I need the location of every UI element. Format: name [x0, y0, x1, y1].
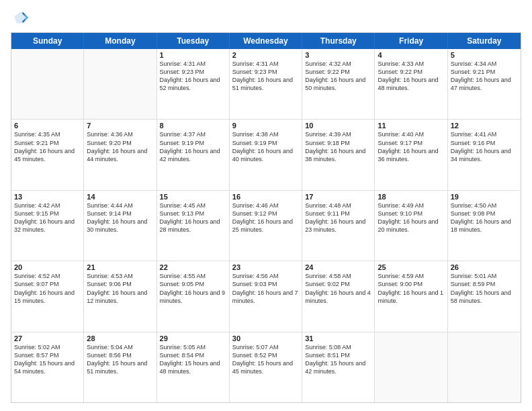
weekday-header: Friday: [375, 33, 447, 49]
cell-info: Sunrise: 5:04 AM Sunset: 8:56 PM Dayligh…: [87, 343, 153, 376]
day-number: 25: [378, 263, 444, 271]
day-number: 6: [14, 122, 81, 130]
day-number: 14: [87, 193, 153, 201]
day-number: 12: [451, 122, 518, 130]
calendar-cell: 3Sunrise: 4:32 AM Sunset: 9:22 PM Daylig…: [302, 49, 375, 119]
cell-info: Sunrise: 5:01 AM Sunset: 8:59 PM Dayligh…: [451, 272, 518, 305]
calendar-cell: 7Sunrise: 4:36 AM Sunset: 9:20 PM Daylig…: [84, 120, 157, 189]
calendar-cell: 13Sunrise: 4:42 AM Sunset: 9:15 PM Dayli…: [11, 191, 84, 261]
calendar-cell: 22Sunrise: 4:55 AM Sunset: 9:05 PM Dayli…: [157, 261, 230, 331]
calendar-cell: 23Sunrise: 4:56 AM Sunset: 9:03 PM Dayli…: [230, 261, 302, 331]
calendar-cell: 21Sunrise: 4:53 AM Sunset: 9:06 PM Dayli…: [84, 261, 157, 331]
calendar-body: 1Sunrise: 4:31 AM Sunset: 9:23 PM Daylig…: [11, 49, 521, 402]
cell-info: Sunrise: 4:31 AM Sunset: 9:23 PM Dayligh…: [160, 60, 226, 93]
calendar-cell: 4Sunrise: 4:33 AM Sunset: 9:22 PM Daylig…: [375, 49, 447, 119]
day-number: 28: [87, 334, 153, 342]
day-number: 7: [87, 122, 153, 130]
day-number: 3: [305, 51, 371, 59]
cell-info: Sunrise: 4:58 AM Sunset: 9:02 PM Dayligh…: [305, 272, 371, 305]
weekday-header: Tuesday: [157, 33, 230, 49]
day-number: 26: [451, 263, 518, 271]
calendar-row: 6Sunrise: 4:35 AM Sunset: 9:21 PM Daylig…: [11, 120, 521, 190]
weekday-header: Sunday: [11, 33, 84, 49]
cell-info: Sunrise: 4:50 AM Sunset: 9:08 PM Dayligh…: [451, 201, 518, 234]
logo: [11, 8, 32, 27]
page: SundayMondayTuesdayWednesdayThursdayFrid…: [0, 0, 532, 411]
calendar-cell: 8Sunrise: 4:37 AM Sunset: 9:19 PM Daylig…: [157, 120, 230, 189]
weekday-header: Monday: [84, 33, 157, 49]
day-number: 9: [232, 122, 299, 130]
calendar-cell: 2Sunrise: 4:31 AM Sunset: 9:23 PM Daylig…: [230, 49, 302, 119]
weekday-header: Wednesday: [230, 33, 302, 49]
day-number: 13: [14, 193, 81, 201]
day-number: 30: [232, 334, 299, 342]
calendar-cell: 6Sunrise: 4:35 AM Sunset: 9:21 PM Daylig…: [11, 120, 84, 189]
calendar-cell: 26Sunrise: 5:01 AM Sunset: 8:59 PM Dayli…: [448, 261, 521, 331]
calendar-cell: 20Sunrise: 4:52 AM Sunset: 9:07 PM Dayli…: [11, 261, 84, 331]
cell-info: Sunrise: 5:05 AM Sunset: 8:54 PM Dayligh…: [160, 343, 226, 376]
cell-info: Sunrise: 5:02 AM Sunset: 8:57 PM Dayligh…: [14, 343, 81, 376]
calendar-cell: 17Sunrise: 4:48 AM Sunset: 9:11 PM Dayli…: [302, 191, 375, 261]
cell-info: Sunrise: 4:41 AM Sunset: 9:16 PM Dayligh…: [451, 130, 518, 163]
day-number: 8: [160, 122, 226, 130]
calendar-row: 27Sunrise: 5:02 AM Sunset: 8:57 PM Dayli…: [11, 332, 521, 402]
cell-info: Sunrise: 4:37 AM Sunset: 9:19 PM Dayligh…: [160, 130, 226, 163]
day-number: 19: [451, 193, 518, 201]
calendar-cell: [375, 332, 447, 402]
calendar-cell: 25Sunrise: 4:59 AM Sunset: 9:00 PM Dayli…: [375, 261, 447, 331]
day-number: 15: [160, 193, 226, 201]
day-number: 5: [451, 51, 518, 59]
cell-info: Sunrise: 4:45 AM Sunset: 9:13 PM Dayligh…: [160, 201, 226, 234]
cell-info: Sunrise: 4:38 AM Sunset: 9:19 PM Dayligh…: [232, 130, 299, 163]
calendar-header: SundayMondayTuesdayWednesdayThursdayFrid…: [11, 33, 521, 49]
day-number: 21: [87, 263, 153, 271]
calendar-cell: 1Sunrise: 4:31 AM Sunset: 9:23 PM Daylig…: [157, 49, 230, 119]
calendar-cell: 11Sunrise: 4:40 AM Sunset: 9:17 PM Dayli…: [375, 120, 447, 189]
day-number: 1: [160, 51, 226, 59]
cell-info: Sunrise: 4:52 AM Sunset: 9:07 PM Dayligh…: [14, 272, 81, 305]
calendar-cell: 19Sunrise: 4:50 AM Sunset: 9:08 PM Dayli…: [448, 191, 521, 261]
cell-info: Sunrise: 4:34 AM Sunset: 9:21 PM Dayligh…: [451, 60, 518, 93]
calendar-cell: 27Sunrise: 5:02 AM Sunset: 8:57 PM Dayli…: [11, 332, 84, 402]
day-number: 27: [14, 334, 81, 342]
cell-info: Sunrise: 4:48 AM Sunset: 9:11 PM Dayligh…: [305, 201, 371, 234]
day-number: 11: [378, 122, 444, 130]
cell-info: Sunrise: 4:31 AM Sunset: 9:23 PM Dayligh…: [232, 60, 299, 93]
calendar-cell: 12Sunrise: 4:41 AM Sunset: 9:16 PM Dayli…: [448, 120, 521, 189]
calendar-row: 20Sunrise: 4:52 AM Sunset: 9:07 PM Dayli…: [11, 261, 521, 332]
calendar-cell: [11, 49, 84, 119]
cell-info: Sunrise: 5:07 AM Sunset: 8:52 PM Dayligh…: [232, 343, 299, 376]
calendar-cell: 24Sunrise: 4:58 AM Sunset: 9:02 PM Dayli…: [302, 261, 375, 331]
day-number: 23: [232, 263, 299, 271]
calendar-cell: 5Sunrise: 4:34 AM Sunset: 9:21 PM Daylig…: [448, 49, 521, 119]
cell-info: Sunrise: 4:46 AM Sunset: 9:12 PM Dayligh…: [232, 201, 299, 234]
weekday-header: Thursday: [302, 33, 375, 49]
cell-info: Sunrise: 4:59 AM Sunset: 9:00 PM Dayligh…: [378, 272, 444, 305]
calendar-cell: 14Sunrise: 4:44 AM Sunset: 9:14 PM Dayli…: [84, 191, 157, 261]
cell-info: Sunrise: 4:53 AM Sunset: 9:06 PM Dayligh…: [87, 272, 153, 305]
cell-info: Sunrise: 4:33 AM Sunset: 9:22 PM Dayligh…: [378, 60, 444, 93]
day-number: 20: [14, 263, 81, 271]
calendar-cell: 16Sunrise: 4:46 AM Sunset: 9:12 PM Dayli…: [230, 191, 302, 261]
calendar-row: 1Sunrise: 4:31 AM Sunset: 9:23 PM Daylig…: [11, 49, 521, 120]
calendar-cell: 9Sunrise: 4:38 AM Sunset: 9:19 PM Daylig…: [230, 120, 302, 189]
day-number: 2: [232, 51, 299, 59]
logo-icon: [11, 8, 30, 27]
cell-info: Sunrise: 4:36 AM Sunset: 9:20 PM Dayligh…: [87, 130, 153, 163]
calendar-row: 13Sunrise: 4:42 AM Sunset: 9:15 PM Dayli…: [11, 191, 521, 261]
calendar-cell: 15Sunrise: 4:45 AM Sunset: 9:13 PM Dayli…: [157, 191, 230, 261]
calendar-cell: [448, 332, 521, 402]
cell-info: Sunrise: 4:40 AM Sunset: 9:17 PM Dayligh…: [378, 130, 444, 163]
calendar: SundayMondayTuesdayWednesdayThursdayFrid…: [11, 32, 521, 403]
cell-info: Sunrise: 4:44 AM Sunset: 9:14 PM Dayligh…: [87, 201, 153, 234]
cell-info: Sunrise: 5:08 AM Sunset: 8:51 PM Dayligh…: [305, 343, 371, 376]
cell-info: Sunrise: 4:39 AM Sunset: 9:18 PM Dayligh…: [305, 130, 371, 163]
calendar-cell: 18Sunrise: 4:49 AM Sunset: 9:10 PM Dayli…: [375, 191, 447, 261]
day-number: 4: [378, 51, 444, 59]
day-number: 29: [160, 334, 226, 342]
calendar-cell: 10Sunrise: 4:39 AM Sunset: 9:18 PM Dayli…: [302, 120, 375, 189]
header: [11, 8, 521, 27]
calendar-cell: [84, 49, 157, 119]
cell-info: Sunrise: 4:55 AM Sunset: 9:05 PM Dayligh…: [160, 272, 226, 305]
cell-info: Sunrise: 4:42 AM Sunset: 9:15 PM Dayligh…: [14, 201, 81, 234]
